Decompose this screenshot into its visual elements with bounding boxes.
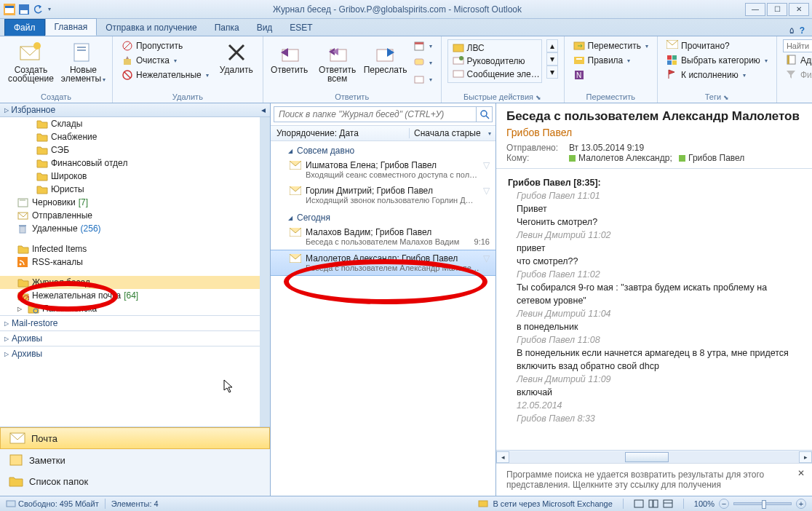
folder-search-input[interactable] (274, 109, 476, 119)
folder-tree[interactable]: СкладыСнабжениеСЭБФинансовый отделШироко… (0, 117, 270, 427)
quickstep-boss[interactable]: Руководителю (450, 55, 540, 68)
infected-folder[interactable]: Infected Items (0, 242, 260, 256)
infobar-close-icon[interactable]: ✕ (797, 468, 805, 478)
subfolder-item[interactable]: Широков (0, 170, 260, 183)
followup-button[interactable]: К исполнению▾ (664, 68, 771, 82)
nav-folderlist-button[interactable]: Список папок (0, 471, 270, 491)
archives-header-1[interactable]: ▷Архивы (0, 330, 260, 346)
new-items-button[interactable]: Новые элементы▾ (60, 39, 106, 86)
message-item[interactable]: Малолетов Александр; Грибов Павел▽Беседа… (271, 250, 495, 276)
scroll-right[interactable]: ▸ (799, 451, 812, 463)
sent-folder[interactable]: Отправленные (0, 209, 260, 222)
readunread-button[interactable]: Прочитано? (664, 39, 771, 52)
view-reading-icon[interactable] (648, 499, 658, 508)
cleanup-button[interactable]: Очистка▾ (119, 54, 212, 67)
sort-by[interactable]: Упорядочение: Дата (271, 128, 410, 138)
sent-icon (17, 210, 29, 221)
status-items: Элементы: 4 (111, 499, 159, 508)
new-message-button[interactable]: Создать сообщение (6, 39, 56, 84)
rules-button[interactable]: Правила▾ (570, 54, 652, 67)
filter-mail-button[interactable]: Фильтр почты▾ (783, 68, 812, 82)
mail-restore-header[interactable]: ▷Mail-restore (0, 315, 260, 330)
zoom-out-button[interactable]: − (719, 499, 729, 509)
address-book-button[interactable]: Адресная книга (783, 54, 812, 67)
rss-folder[interactable]: RSS-каналы (0, 256, 260, 269)
move-button[interactable]: Переместить▾ (570, 39, 652, 52)
scroll-left[interactable]: ◂ (496, 451, 509, 463)
minimize-button[interactable]: — (745, 3, 765, 16)
reading-body[interactable]: Грибов Павел [8:35]:Грибов Павел 11:01Пр… (496, 169, 812, 451)
tab-file[interactable]: Файл (4, 19, 45, 36)
onenote-button[interactable]: N (570, 68, 652, 82)
help-icon[interactable]: ? (800, 25, 805, 36)
view-compact-icon[interactable] (663, 499, 673, 508)
quickstep-teammail[interactable]: Сообщение эле… (450, 68, 540, 81)
forward-button[interactable]: Переслать (365, 39, 406, 76)
deleted-folder[interactable]: Удаленные (256) (0, 222, 260, 235)
maximize-button[interactable]: ☐ (767, 3, 787, 16)
delete-button[interactable]: Удалить (216, 39, 257, 76)
subfolder-item[interactable]: Снабжение (0, 130, 260, 143)
ignore-button[interactable]: Пропустить (119, 39, 212, 52)
quicksteps-more[interactable]: ▾ (546, 66, 558, 79)
close-button[interactable]: ✕ (789, 3, 809, 16)
tab-folder[interactable]: Папка (206, 20, 248, 36)
message-item[interactable]: Горлин Дмитрий; Грибов Павел▽Исходящий з… (271, 183, 495, 208)
subfolder-item[interactable]: Юристы (0, 183, 260, 196)
meeting-reply-button[interactable]: ▾ (410, 39, 435, 52)
ribbon-minimize-icon[interactable]: ۵ (789, 25, 794, 36)
search-info-bar[interactable]: Программе поиска не удается возвратить р… (496, 463, 812, 496)
reply-button[interactable]: Ответить (269, 39, 310, 76)
sort-bar[interactable]: Упорядочение: Дата Сначала старые▾ (271, 125, 495, 141)
message-group-header[interactable]: Сегодня (271, 208, 495, 224)
subfolder-item[interactable]: Склады (0, 117, 260, 130)
journal-folder[interactable]: Журнал бесед (0, 276, 260, 289)
quickstep-lvs[interactable]: ЛВС (450, 41, 540, 55)
sort-direction[interactable]: Сначала старые▾ (410, 128, 495, 138)
zoom-in-button[interactable]: + (796, 499, 806, 509)
drafts-folder[interactable]: Черновики [7] (0, 196, 260, 209)
navigation-pane: ▷ Избранное ◂ СкладыСнабжениеСЭБФинансов… (0, 103, 271, 496)
folderlist-icon (9, 475, 23, 487)
folder-search[interactable] (274, 106, 493, 122)
search-folders[interactable]: ▷Папки поиска (0, 302, 260, 315)
scroll-thumb[interactable] (625, 452, 669, 462)
more-respond-button[interactable]: ▾ (410, 73, 435, 86)
qat-save-icon[interactable] (17, 3, 31, 16)
nav-mail-button[interactable]: Почта (0, 427, 270, 449)
subfolder-item[interactable]: СЭБ (0, 143, 260, 157)
favorites-header[interactable]: ▷ Избранное ◂ (0, 103, 270, 117)
message-list[interactable]: Совсем давноИшматова Елена; Грибов Павел… (271, 141, 495, 496)
message-item[interactable]: Малахов Вадим; Грибов ПавелБеседа с поль… (271, 224, 495, 250)
conversation-line: В понедельник если начнется армагедец в … (517, 346, 800, 373)
reading-hscroll[interactable]: ◂ ▸ (496, 450, 812, 463)
tab-view[interactable]: Вид (248, 20, 282, 36)
nav-notes-button[interactable]: Заметки (0, 449, 270, 471)
reading-subject: Беседа с пользователем Александр Малолет… (506, 109, 802, 124)
qat-undo-icon[interactable] (32, 3, 45, 16)
categorize-button[interactable]: Выбрать категорию▾ (664, 54, 771, 67)
folder-icon (36, 145, 48, 155)
reply-all-button[interactable]: Ответить всем (314, 39, 361, 84)
subfolder-item[interactable]: Финансовый отдел (0, 157, 260, 170)
search-icon[interactable] (476, 107, 492, 122)
junk-button[interactable]: Нежелательные▾ (119, 68, 212, 82)
new-items-icon (71, 41, 95, 64)
quicksteps-up[interactable]: ▴ (546, 39, 558, 52)
archives-header-2[interactable]: ▷Архивы (0, 346, 260, 361)
zoom-slider[interactable] (733, 502, 792, 505)
scroll-track[interactable] (509, 451, 799, 463)
tab-eset[interactable]: ESET (281, 20, 321, 36)
svg-point-49 (481, 111, 487, 116)
tab-home[interactable]: Главная (45, 18, 97, 36)
find-contact-input[interactable] (783, 39, 812, 52)
quicksteps-down[interactable]: ▾ (546, 52, 558, 66)
tab-sendreceive[interactable]: Отправка и получение (97, 20, 205, 36)
outlook-icon (3, 3, 16, 16)
cleanup-icon (122, 55, 133, 66)
message-group-header[interactable]: Совсем давно (271, 141, 495, 157)
im-reply-button[interactable]: ▾ (410, 56, 435, 69)
message-item[interactable]: Ишматова Елена; Грибов Павел▽Входящий се… (271, 157, 495, 183)
junk-folder[interactable]: Нежелательная почта [64] (0, 289, 260, 302)
view-normal-icon[interactable] (634, 499, 644, 508)
